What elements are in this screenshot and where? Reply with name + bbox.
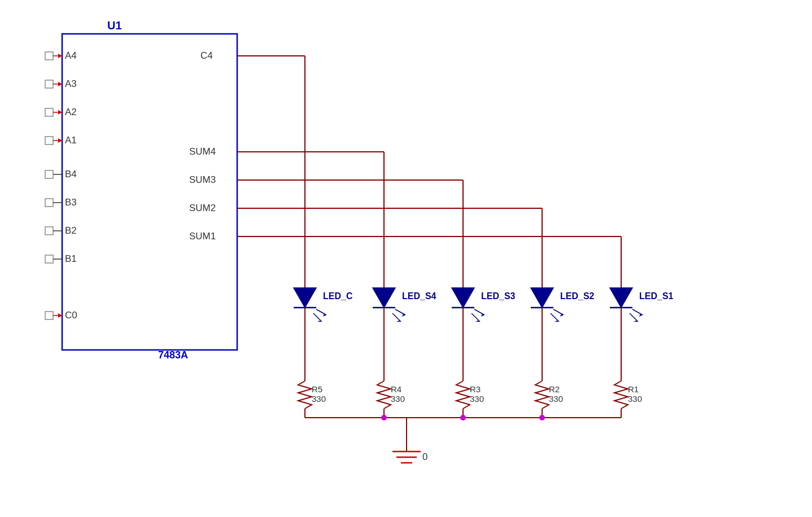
pin-a3: A3 (65, 78, 77, 89)
led-s4-label: LED_S4 (402, 291, 436, 301)
pin-b1: B1 (65, 253, 77, 264)
svg-rect-11 (45, 137, 53, 144)
svg-rect-5 (45, 80, 53, 88)
pin-a1: A1 (65, 135, 77, 146)
r2-value: 330 (549, 394, 563, 404)
schematic-canvas: U1 7483A A4 A3 A2 A1 B4 B3 B2 B1 C0 C4 S… (0, 0, 812, 517)
r5-value: 330 (312, 394, 326, 404)
pin-c0: C0 (65, 310, 77, 321)
r2-label: R2 (549, 384, 560, 394)
svg-rect-1 (62, 34, 237, 350)
pin-sum3-label: SUM3 (189, 174, 216, 185)
pin-c4-label: C4 (200, 50, 213, 61)
r1-label: R1 (628, 384, 639, 394)
svg-point-86 (381, 415, 387, 420)
ic-part: 7483A (158, 349, 188, 361)
svg-rect-2 (45, 52, 53, 60)
pin-b2: B2 (65, 225, 77, 236)
ground-label: 0 (422, 452, 427, 462)
led-c-label: LED_C (323, 291, 353, 301)
svg-rect-14 (45, 170, 53, 178)
r4-label: R4 (391, 384, 401, 394)
r5-label: R5 (312, 384, 322, 394)
svg-rect-20 (45, 255, 53, 263)
svg-point-88 (539, 415, 545, 420)
led-s1-label: LED_S1 (639, 291, 674, 301)
svg-rect-8 (45, 108, 53, 116)
pin-b3: B3 (65, 197, 77, 208)
svg-rect-22 (45, 312, 53, 319)
svg-rect-18 (45, 227, 53, 235)
svg-point-87 (460, 415, 466, 420)
r3-label: R3 (470, 384, 481, 394)
pin-sum1-label: SUM1 (189, 231, 216, 242)
led-s2-label: LED_S2 (560, 291, 595, 301)
svg-rect-16 (45, 199, 53, 207)
pin-a2: A2 (65, 107, 77, 117)
r3-value: 330 (470, 394, 484, 404)
r4-value: 330 (391, 394, 405, 404)
pin-sum4-label: SUM4 (189, 146, 216, 157)
pin-b4: B4 (65, 169, 77, 179)
r1-value: 330 (628, 394, 642, 404)
pin-a4: A4 (65, 50, 77, 61)
led-s3-label: LED_S3 (481, 291, 516, 301)
pin-sum2-label: SUM2 (189, 203, 216, 213)
ic-label: U1 (107, 19, 122, 32)
